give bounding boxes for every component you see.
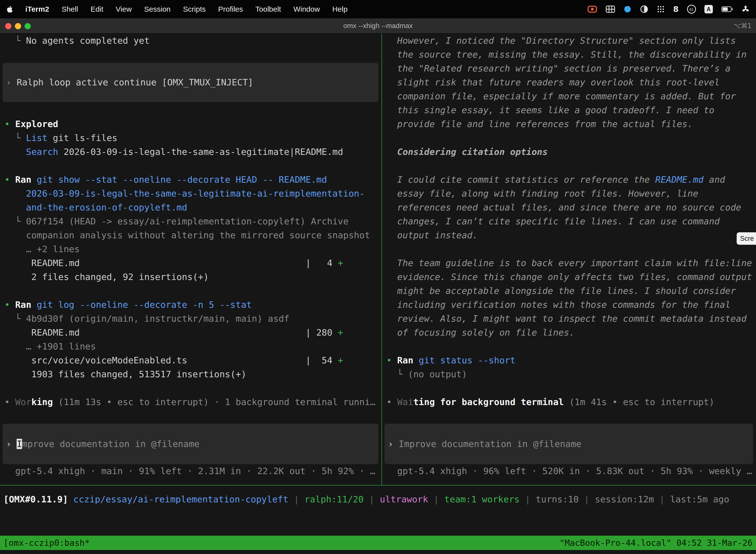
window-title-bar[interactable]: omx --xhigh --madmax ⌥⌘1 [0,18,756,34]
text-segment: • [386,397,397,407]
text-segment: changes, I can’t cite specific file line… [386,216,720,226]
tmux-session-window: [omx-cczip0:bash* [3,536,90,550]
terminal-line: review. Also, I might want to inspect th… [386,312,756,326]
menu-shell[interactable]: Shell [62,5,78,13]
prompt-input[interactable]: › Improve documentation in @filename [384,424,753,464]
text-segment: • [4,174,15,185]
text-segment: 2026-03-09-is-legal-the-same-as-legitima… [4,188,365,199]
menu-window[interactable]: Window [294,5,320,13]
text-segment: Explored [15,119,58,129]
terminal-line: 2 files changed, 92 insertions(+) [4,270,381,284]
text-segment: › [6,77,17,88]
text-segment: 067f154 (HEAD -> essay/ai-reimplementati… [26,216,349,226]
text-segment: provide file and line references from th… [386,119,693,129]
text-segment: companion file, especially if more comme… [386,91,736,101]
menu-profiles[interactable]: Profiles [218,5,243,13]
status-field: team:1 workers [444,494,519,504]
menu-toolbelt[interactable]: Toolbelt [255,5,281,13]
text-segment: Ralph loop active continue [OMX_TMUX_INJ… [17,77,253,88]
apple-menu-icon[interactable] [6,5,13,13]
menu-view[interactable]: View [116,5,132,13]
status-field: turns:10 [536,494,579,504]
terminal-line: of focusing solely on file lines. [386,326,756,340]
text-segment: └ [4,133,26,143]
gauge-icon[interactable]: 61 [687,5,696,14]
status-field: | [428,494,444,504]
prompt-input[interactable]: › Improve documentation in @filename [2,424,378,464]
screen-share-button[interactable]: Scre [737,232,756,245]
menu-scripts[interactable]: Scripts [183,5,206,13]
battery-icon[interactable] [721,6,733,12]
terminal-line: The team guideline is to back every impo… [386,256,756,270]
keyboard-layout-icon[interactable]: A [704,5,713,13]
screen-share-label: Scre [740,235,754,242]
omx-status-line: [OMX#0.11.9] cczip/essay/ai-reimplementa… [3,492,756,506]
terminal-line: changes, I can’t cite specific file line… [386,214,756,228]
text-segment: I could cite commit statistics or refere… [386,174,655,185]
text-segment: this single essay, it seems like a good … [386,105,714,115]
screen-recording-indicator-icon[interactable] [587,5,597,13]
fan-icon[interactable] [742,5,750,13]
left-terminal-pane: └ No agents completed yet› Ralph loop ac… [0,34,381,485]
terminal-line [4,284,381,298]
blue-circle-icon[interactable] [624,5,631,13]
terminal-line: └ No agents completed yet [4,34,381,48]
digit-eight-icon[interactable]: 8 [673,4,679,14]
menu-help[interactable]: Help [332,5,348,13]
status-field: session:12m [595,494,654,504]
terminal-line: • Ran git log --oneline --decorate -n 5 … [4,298,381,312]
terminal-line: • Waiting for background terminal (1m 41… [386,395,756,409]
menu-app-name[interactable]: iTerm2 [25,5,49,13]
text-segment: git status --short [419,355,515,365]
text-segment: git ls-files [47,133,117,143]
keyboard-grid-icon[interactable] [606,5,615,13]
status-field: last:5m ago [670,494,729,504]
text-segment: Ran [15,299,31,310]
text-segment: of focusing solely on file lines. [386,327,575,338]
text-segment: (no output) [408,369,467,379]
text-segment: king [31,397,53,407]
text-segment: companion analysis without altering the … [4,230,370,240]
terminal-line: references need actual files, and since … [386,201,756,214]
text-segment: The team guideline is to back every impo… [386,258,752,268]
text-segment: Improve documentation in @filename [398,439,581,449]
text-segment: evidence. Since this change only affects… [386,272,752,282]
status-field: ralph:11/20 [305,494,364,504]
tmux-host-clock: "MacBook-Pro-44.local" 04:52 31-Mar-26 [560,536,753,550]
terminal-line: README.md | 280 + [4,326,381,340]
terminal-line: evidence. Since this change only affects… [386,270,756,284]
text-segment: references need actual files, and since … [386,202,741,213]
terminal-line: companion analysis without altering the … [4,228,381,242]
text-segment: + [338,258,343,268]
terminal-line [386,131,756,145]
terminal-line [4,103,381,117]
text-segment: Considering citation options [386,147,548,157]
terminal-line: └ (no output) [386,367,756,381]
terminal-line: › Improve documentation in @filename [388,437,581,451]
status-field: | [579,494,595,504]
status-field: cczip/essay/ai-reimplementation-copyleft [73,494,289,504]
status-field: | [364,494,380,504]
menu-bar-status-icons: 8 61 A [587,4,750,14]
terminal-line [386,409,756,423]
text-segment: • [4,119,15,129]
text-segment: • [386,355,397,365]
text-segment: └ [4,36,26,46]
terminal-line: gpt-5.4 xhigh · main · 91% left · 2.31M … [4,464,381,478]
dark-circle-icon[interactable] [640,5,648,13]
window-shortcut-badge: ⌥⌘1 [734,18,752,33]
text-segment: README.md | 4 [4,258,338,268]
text-segment: README.md | 280 [4,327,338,338]
text-segment: the "Related research writing" section i… [386,63,731,73]
terminal-line: However, I noticed the "Directory Struct… [386,34,756,48]
terminal-line: • Working (11m 13s • esc to interrupt) ·… [4,395,381,409]
terminal-line: 2026-03-09-is-legal-the-same-as-legitima… [4,187,381,201]
menu-session[interactable]: Session [144,5,171,13]
status-field: | [289,494,305,504]
text-segment: Search [26,147,58,157]
text-segment: › [6,439,17,449]
text-segment: essay file, along with finding root file… [386,188,698,199]
dots-grid-icon[interactable] [657,5,665,13]
screen: iTerm2 Shell Edit View Session Scripts P… [0,0,756,554]
menu-edit[interactable]: Edit [90,5,104,13]
